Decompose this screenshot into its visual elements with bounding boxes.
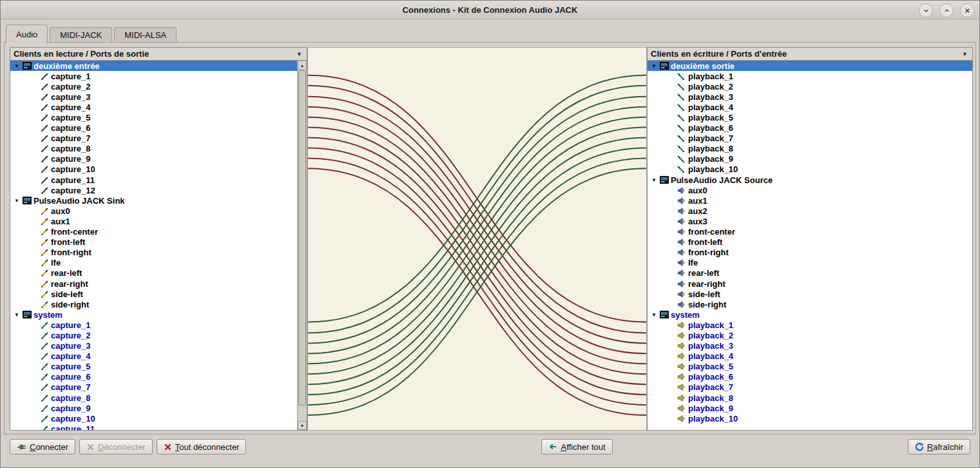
port-row[interactable]: side-right: [10, 299, 298, 309]
scrollbar-thumb[interactable]: [298, 70, 306, 405]
connect-button[interactable]: Connecter: [10, 439, 75, 454]
port-row[interactable]: capture_12: [10, 185, 298, 195]
port-row[interactable]: capture_10: [10, 164, 298, 175]
port-row[interactable]: capture_10: [10, 413, 298, 424]
client-row[interactable]: ▼PulseAudio JACK Source: [648, 175, 972, 185]
port-row[interactable]: aux0: [10, 206, 298, 216]
port-row[interactable]: rear-left: [648, 268, 972, 278]
port-row[interactable]: capture_7: [10, 382, 298, 393]
port-row[interactable]: capture_6: [10, 123, 298, 133]
port-row[interactable]: capture_7: [10, 133, 298, 144]
client-row[interactable]: ▼deuxième entrée: [10, 61, 298, 71]
port-row[interactable]: front-right: [10, 248, 298, 258]
port-icon: [40, 144, 48, 153]
port-row[interactable]: capture_1: [10, 71, 298, 81]
port-row[interactable]: playback_10: [648, 164, 972, 175]
port-row[interactable]: front-left: [648, 237, 972, 248]
port-row[interactable]: aux1: [648, 195, 972, 206]
port-row[interactable]: aux0: [648, 185, 972, 195]
port-row[interactable]: playback_6: [648, 372, 972, 382]
tab-midi-jack[interactable]: MIDI-JACK: [50, 27, 112, 43]
port-row[interactable]: playback_3: [648, 341, 972, 351]
port-row[interactable]: aux2: [648, 206, 972, 216]
port-row[interactable]: playback_9: [648, 154, 972, 164]
port-row[interactable]: aux1: [10, 216, 298, 226]
port-row[interactable]: playback_3: [648, 92, 972, 102]
expand-all-button[interactable]: Afficher tout: [541, 439, 612, 454]
port-row[interactable]: aux3: [648, 216, 972, 226]
expander-icon[interactable]: ▼: [650, 312, 658, 318]
port-row[interactable]: playback_9: [648, 403, 972, 413]
port-row[interactable]: capture_5: [10, 112, 298, 122]
port-row[interactable]: playback_2: [648, 330, 972, 340]
port-row[interactable]: capture_8: [10, 144, 298, 154]
port-row[interactable]: capture_3: [10, 341, 298, 351]
port-row[interactable]: capture_9: [10, 154, 298, 164]
client-row[interactable]: ▼system: [10, 309, 298, 320]
expander-icon[interactable]: ▼: [650, 177, 658, 183]
minimize-icon[interactable]: [919, 3, 933, 17]
disconnect-all-button-label: Tout déconnecter: [175, 442, 240, 452]
port-row[interactable]: playback_4: [648, 351, 972, 362]
port-row[interactable]: playback_4: [648, 102, 972, 112]
port-icon: [40, 113, 48, 122]
disconnect-button[interactable]: Déconnecter: [79, 439, 153, 454]
port-row[interactable]: capture_6: [10, 372, 298, 382]
port-row[interactable]: playback_6: [648, 123, 972, 133]
port-row[interactable]: playback_1: [648, 320, 972, 330]
port-row[interactable]: front-center: [10, 227, 298, 237]
port-icon: [677, 258, 686, 267]
port-row[interactable]: capture_1: [10, 320, 298, 330]
scroll-down-icon[interactable]: ▼: [298, 421, 307, 430]
port-row[interactable]: capture_4: [10, 351, 298, 362]
client-row[interactable]: ▼system: [648, 309, 972, 320]
port-row[interactable]: capture_11: [10, 175, 298, 185]
header-dropdown-icon[interactable]: ▼: [961, 51, 969, 57]
port-row[interactable]: playback_8: [648, 144, 972, 154]
maximize-icon[interactable]: [939, 3, 954, 17]
port-name: front-center: [51, 227, 98, 237]
port-row[interactable]: front-center: [648, 227, 972, 237]
expander-icon[interactable]: ▼: [650, 63, 658, 69]
port-row[interactable]: capture_2: [10, 81, 298, 92]
tab-midi-alsa[interactable]: MIDI-ALSA: [114, 27, 177, 43]
port-row[interactable]: capture_9: [10, 403, 298, 413]
port-row[interactable]: playback_1: [648, 71, 972, 81]
port-row[interactable]: playback_7: [648, 133, 972, 144]
port-row[interactable]: playback_5: [648, 362, 972, 372]
port-row[interactable]: playback_8: [648, 393, 972, 403]
port-row[interactable]: playback_2: [648, 81, 972, 92]
output-scrollbar[interactable]: ▲ ▼: [297, 61, 307, 430]
port-row[interactable]: capture_2: [10, 330, 298, 340]
port-row[interactable]: playback_7: [648, 382, 972, 393]
header-dropdown-icon[interactable]: ▼: [295, 51, 303, 57]
port-row[interactable]: front-left: [10, 237, 298, 248]
port-row[interactable]: capture_11: [10, 424, 298, 430]
client-row[interactable]: ▼PulseAudio JACK Sink: [10, 195, 298, 206]
port-row[interactable]: capture_5: [10, 362, 298, 372]
expander-icon[interactable]: ▼: [13, 63, 21, 69]
port-row[interactable]: front-right: [648, 248, 972, 258]
port-row[interactable]: lfe: [648, 258, 972, 268]
port-row[interactable]: side-left: [648, 289, 972, 299]
port-row[interactable]: side-right: [648, 299, 972, 309]
tab-audio[interactable]: Audio: [6, 24, 48, 43]
port-row[interactable]: capture_8: [10, 393, 298, 403]
port-row[interactable]: rear-left: [10, 268, 298, 278]
port-row[interactable]: side-left: [10, 289, 298, 299]
refresh-button[interactable]: Rafraîchir: [908, 439, 970, 454]
port-icon: [40, 352, 48, 360]
port-row[interactable]: playback_5: [648, 112, 972, 122]
port-row[interactable]: playback_10: [648, 413, 972, 424]
port-row[interactable]: rear-right: [648, 278, 972, 289]
port-row[interactable]: lfe: [10, 258, 298, 268]
port-row[interactable]: rear-right: [10, 278, 298, 289]
disconnect-all-button[interactable]: Tout déconnecter: [157, 439, 247, 454]
port-row[interactable]: capture_3: [10, 92, 298, 102]
close-icon[interactable]: [960, 3, 974, 17]
expander-icon[interactable]: ▼: [13, 198, 21, 204]
expander-icon[interactable]: ▼: [13, 312, 21, 318]
client-row[interactable]: ▼deuxième sortie: [648, 61, 972, 71]
port-row[interactable]: capture_4: [10, 102, 298, 112]
scroll-up-icon[interactable]: ▲: [298, 61, 307, 70]
